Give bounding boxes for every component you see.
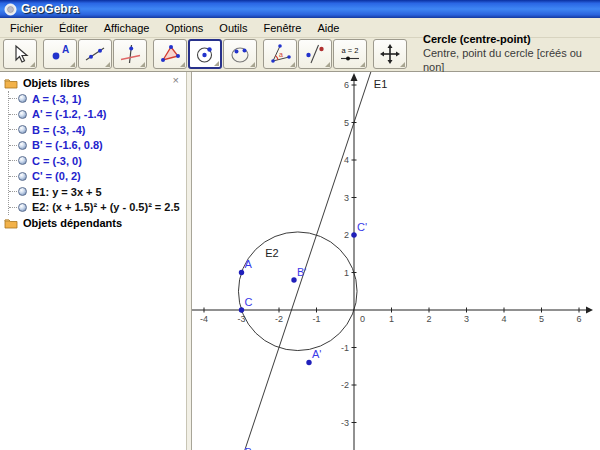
object-visibility-icon[interactable]: [18, 203, 27, 212]
tool-dropdown-arrow-icon[interactable]: [30, 62, 35, 67]
graph-canvas[interactable]: E2E1-4-3-2-1123456654321-1-2-30AA'BB'CC': [192, 72, 594, 450]
reflect-tool-button[interactable]: [298, 39, 332, 69]
tool-help-text: Cercle (centre-point) Centre, point du c…: [423, 33, 598, 74]
algebra-object-row[interactable]: B = (-3, -4): [9, 122, 186, 138]
tool-dropdown-arrow-icon[interactable]: [180, 62, 185, 67]
tree-connector: [9, 114, 17, 115]
move-tool-button[interactable]: [3, 39, 37, 69]
perpendicular-line-tool-button[interactable]: [113, 39, 147, 69]
tool-bar: A: [0, 38, 600, 72]
tool-dropdown-arrow-icon[interactable]: [250, 62, 255, 67]
tool-dropdown-arrow-icon[interactable]: [70, 62, 75, 67]
svg-text:-2: -2: [275, 314, 283, 324]
svg-text:-2: -2: [341, 380, 349, 390]
tool-dropdown-arrow-icon[interactable]: [214, 61, 219, 66]
object-definition: E2: (x + 1.5)² + (y - 0.5)² = 2.5: [32, 201, 180, 213]
object-visibility-icon[interactable]: [18, 172, 27, 181]
cursor-arrow-icon: [9, 43, 31, 65]
svg-text:C': C': [357, 221, 367, 233]
polygon-tool-button[interactable]: [153, 39, 187, 69]
menu-item-outils[interactable]: Outils: [211, 19, 255, 37]
object-definition: E1: y = 3x + 5: [32, 186, 102, 198]
folder-icon: [4, 218, 18, 229]
dependent-objects-header[interactable]: Objets dépendants: [0, 215, 186, 231]
svg-text:3: 3: [344, 193, 349, 203]
svg-text:A: A: [62, 44, 69, 55]
move-canvas-icon: [379, 43, 401, 65]
move-graphics-view-tool-button[interactable]: [373, 39, 407, 69]
dependent-objects-label: Objets dépendants: [23, 217, 122, 229]
algebra-object-row[interactable]: E2: (x + 1.5)² + (y - 0.5)² = 2.5: [9, 200, 186, 216]
object-visibility-icon[interactable]: [18, 187, 27, 196]
object-visibility-icon[interactable]: [18, 125, 27, 134]
svg-text:4: 4: [344, 155, 349, 165]
conic-tool-button[interactable]: [223, 39, 257, 69]
object-definition: B' = (-1.6, 0.8): [32, 139, 103, 151]
geogebra-window: GeoGebra FichierÉditerAffichageOptionsOu…: [0, 0, 600, 450]
folder-icon: [4, 78, 18, 89]
algebra-object-row[interactable]: A = (-3, 1): [9, 91, 186, 107]
close-icon[interactable]: ×: [173, 75, 179, 86]
line-tool-button[interactable]: [78, 39, 112, 69]
free-objects-header[interactable]: Objets libres: [0, 75, 186, 91]
object-visibility-icon[interactable]: [18, 141, 27, 150]
point-tool-button[interactable]: A: [43, 39, 77, 69]
svg-text:E1: E1: [374, 78, 387, 90]
svg-text:6: 6: [344, 80, 349, 90]
object-definition: C = (-3, 0): [32, 155, 82, 167]
svg-text:a = 2: a = 2: [342, 46, 359, 55]
menu-item-fichier[interactable]: Fichier: [2, 19, 51, 37]
svg-text:0: 0: [360, 314, 365, 324]
algebra-object-row[interactable]: E1: y = 3x + 5: [9, 184, 186, 200]
free-objects-list: A = (-3, 1)A' = (-1.2, -1.4)B = (-3, -4)…: [8, 91, 186, 215]
svg-text:B: B: [245, 446, 252, 450]
menu-item-fenetre[interactable]: Fenêtre: [255, 19, 309, 37]
object-visibility-icon[interactable]: [18, 110, 27, 119]
tool-dropdown-arrow-icon[interactable]: [400, 62, 405, 67]
tool-dropdown-arrow-icon[interactable]: [140, 62, 145, 67]
object-definition: C' = (0, 2): [32, 170, 81, 182]
geogebra-logo-icon: [4, 3, 17, 16]
tool-dropdown-arrow-icon[interactable]: [105, 62, 110, 67]
content-area: × Objets libres A = (-3, 1)A' = (-1.2, -…: [0, 72, 600, 450]
algebra-object-row[interactable]: C = (-3, 0): [9, 153, 186, 169]
menu-item-options[interactable]: Options: [157, 19, 211, 37]
object-visibility-icon[interactable]: [18, 156, 27, 165]
tool-dropdown-arrow-icon[interactable]: [325, 62, 330, 67]
svg-text:5: 5: [344, 118, 349, 128]
algebra-view: × Objets libres A = (-3, 1)A' = (-1.2, -…: [0, 72, 186, 450]
svg-text:E2: E2: [265, 247, 278, 259]
algebra-tree: Objets libres A = (-3, 1)A' = (-1.2, -1.…: [0, 75, 186, 231]
algebra-object-row[interactable]: B' = (-1.6, 0.8): [9, 138, 186, 154]
svg-text:-1: -1: [341, 343, 349, 353]
svg-text:a: a: [279, 51, 283, 58]
svg-text:1: 1: [344, 268, 349, 278]
tree-connector: [9, 160, 17, 161]
tree-connector: [9, 129, 17, 130]
menu-item-aide[interactable]: Aide: [309, 19, 347, 37]
line-icon: [84, 43, 106, 65]
angle-tool-button[interactable]: a: [263, 39, 297, 69]
svg-text:2: 2: [344, 230, 349, 240]
slider-tool-button[interactable]: a = 2: [333, 39, 367, 69]
svg-text:-4: -4: [200, 314, 208, 324]
algebra-object-row[interactable]: C' = (0, 2): [9, 169, 186, 185]
tree-connector: [9, 98, 17, 99]
algebra-object-row[interactable]: A' = (-1.2, -1.4): [9, 107, 186, 123]
title-bar: GeoGebra: [0, 0, 600, 18]
circle-center-point-tool-button[interactable]: [188, 39, 222, 69]
svg-text:-3: -3: [341, 418, 349, 428]
menu-item-editer[interactable]: Éditer: [51, 19, 96, 37]
graphics-view[interactable]: E2E1-4-3-2-1123456654321-1-2-30AA'BB'CC': [192, 72, 600, 450]
slider-icon: a = 2: [338, 43, 362, 65]
svg-text:1: 1: [389, 314, 394, 324]
tool-help-subtitle: Centre, point du cercle [créés ou non]: [423, 47, 598, 75]
object-visibility-icon[interactable]: [18, 94, 27, 103]
menu-item-affichage[interactable]: Affichage: [96, 19, 158, 37]
reflect-icon: [304, 43, 326, 65]
svg-text:3: 3: [464, 314, 469, 324]
tool-dropdown-arrow-icon[interactable]: [290, 62, 295, 67]
svg-text:4: 4: [501, 314, 506, 324]
tool-dropdown-arrow-icon[interactable]: [360, 62, 365, 67]
circle-center-point-icon: [194, 43, 216, 65]
